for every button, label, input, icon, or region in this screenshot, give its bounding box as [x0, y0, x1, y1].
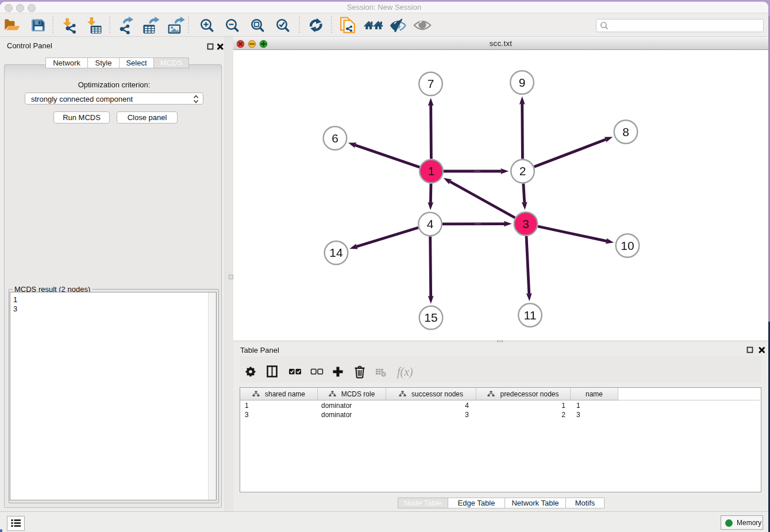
- svg-text:1: 1: [428, 164, 435, 178]
- svg-text:9: 9: [519, 76, 526, 89]
- svg-text:3: 3: [522, 217, 529, 230]
- svg-text:15: 15: [424, 311, 437, 324]
- svg-text:6: 6: [332, 132, 338, 145]
- svg-text:10: 10: [621, 239, 634, 252]
- svg-text:2: 2: [519, 164, 526, 178]
- svg-text:7: 7: [428, 77, 434, 90]
- svg-text:4: 4: [427, 217, 434, 230]
- svg-text:11: 11: [524, 309, 537, 322]
- svg-text:8: 8: [622, 125, 629, 138]
- svg-text:14: 14: [329, 246, 343, 259]
- svg-text:f(x): f(x): [397, 365, 413, 379]
